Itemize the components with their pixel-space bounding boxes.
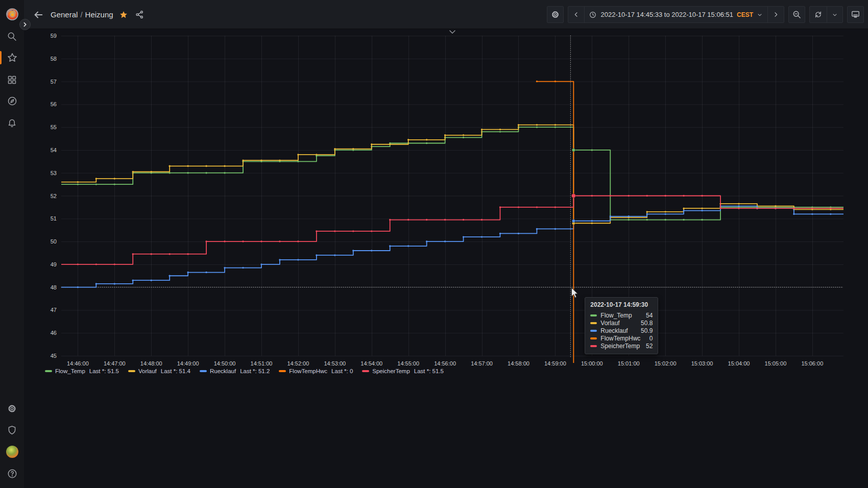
x-axis-tick: 14:47:00 (104, 360, 126, 367)
sidebar-item-dashboards[interactable] (0, 69, 24, 90)
x-axis-tick: 14:52:00 (287, 360, 309, 367)
tooltip-swatch (590, 322, 597, 324)
dashboard-header: General/Heizung (24, 0, 868, 29)
x-axis-tick: 14:56:00 (434, 360, 456, 367)
tooltip-series-name: Flow_Temp (600, 312, 646, 319)
breadcrumb-separator: / (78, 10, 85, 19)
y-axis-tick: 51 (51, 215, 57, 222)
mouse-cursor (571, 288, 577, 298)
x-axis-tick: 14:49:00 (177, 360, 199, 367)
share-icon (135, 10, 144, 19)
y-axis-tick: 50 (51, 238, 57, 245)
sidebar-item-starred[interactable] (0, 47, 24, 68)
panel-menu-chevron[interactable] (450, 31, 455, 33)
x-axis-tick: 14:50:00 (214, 360, 236, 367)
series-points-SpeicherTemp (77, 195, 832, 265)
x-axis-tick: 14:58:00 (508, 360, 529, 367)
crosshair (61, 36, 843, 358)
refresh-icon (814, 10, 823, 19)
dashboard-settings-button[interactable] (547, 6, 564, 23)
legend-last-value: Last *: 51.4 (161, 368, 190, 374)
legend-item-SpeicherTemp[interactable]: SpeicherTempLast *: 51.5 (362, 368, 444, 374)
x-axis-tick: 15:03:00 (691, 360, 713, 367)
legend-last-value: Last *: 51.2 (240, 368, 270, 374)
sidebar (0, 0, 24, 488)
back-button[interactable] (30, 7, 46, 23)
zoom-out-button[interactable] (788, 6, 805, 23)
chart-legend: Flow_TempLast *: 51.5VorlaufLast *: 51.4… (45, 368, 444, 374)
legend-series-name: Vorlauf (138, 368, 157, 374)
sidebar-item-profile[interactable] (0, 442, 24, 462)
legend-item-FlowTempHwc[interactable]: FlowTempHwcLast *: 0 (279, 368, 353, 374)
breadcrumb: General/Heizung (51, 10, 113, 19)
legend-item-Ruecklauf[interactable]: RuecklaufLast *: 51.2 (200, 368, 270, 374)
refresh-button[interactable] (810, 7, 827, 22)
time-range-button[interactable]: 2022-10-17 14:45:33 to 2022-10-17 15:06:… (584, 7, 767, 22)
chart-tooltip: 2022-10-17 14:59:30 Flow_Temp54Vorlauf50… (585, 297, 658, 354)
series-lines (61, 81, 843, 488)
sidebar-item-alerting[interactable] (0, 113, 24, 133)
tooltip-row-Ruecklauf: Ruecklauf50.9 (590, 327, 653, 334)
chevron-down-icon (756, 11, 763, 18)
tooltip-swatch (590, 314, 597, 316)
tooltip-row-Vorlauf: Vorlauf50.8 (590, 319, 653, 327)
grid-lines (61, 36, 843, 356)
user-avatar (6, 446, 18, 458)
x-axis-tick: 14:46:00 (67, 360, 89, 367)
x-axis-tick: 14:48:00 (140, 360, 162, 367)
tooltip-series-value: 52 (646, 343, 653, 350)
breadcrumb-section[interactable]: General (51, 10, 78, 19)
search-icon (7, 31, 17, 42)
shield-icon (7, 425, 17, 435)
sidebar-item-settings[interactable] (0, 398, 24, 419)
x-axis-tick: 14:54:00 (360, 360, 382, 367)
time-range-back-button[interactable] (568, 7, 584, 22)
legend-swatch (279, 370, 286, 372)
sidebar-item-help[interactable] (0, 463, 24, 484)
sidebar-item-explore[interactable] (0, 91, 24, 111)
timeseries-panel[interactable]: 45464748495051525354555657585914:46:0014… (0, 0, 868, 488)
cycle-view-mode-button[interactable] (847, 6, 864, 23)
cycle-view-mode-icon (851, 10, 860, 19)
sidebar-expand-button[interactable] (19, 19, 31, 30)
time-picker: 2022-10-17 14:45:33 to 2022-10-17 15:06:… (568, 6, 784, 23)
help-icon (7, 468, 18, 479)
breadcrumb-page[interactable]: Heizung (85, 10, 113, 19)
y-axis-tick: 58 (51, 56, 57, 62)
chevron-right-icon (772, 11, 780, 18)
tooltip-row-Flow_Temp: Flow_Temp54 (590, 311, 653, 319)
clock-icon (589, 11, 597, 19)
x-axis-tick: 14:55:00 (397, 360, 419, 367)
x-axis-tick: 14:53:00 (324, 360, 346, 367)
sidebar-item-server-admin[interactable] (0, 420, 24, 440)
star-icon (7, 52, 18, 63)
axis-labels: 45464748495051525354555657585914:46:0014… (51, 33, 824, 367)
tooltip-series-value: 50.8 (641, 320, 653, 327)
share-button[interactable] (132, 7, 148, 23)
refresh-interval-dropdown[interactable] (827, 7, 842, 22)
y-axis-tick: 59 (51, 33, 57, 39)
bell-icon (7, 118, 17, 129)
time-range-forward-button[interactable] (767, 7, 784, 22)
y-axis-tick: 45 (51, 353, 57, 359)
legend-item-Vorlauf[interactable]: VorlaufLast *: 51.4 (128, 368, 190, 374)
timezone-label: CEST (737, 11, 753, 18)
series-line-FlowTempHwc (537, 82, 843, 488)
series-points-Ruecklauf (77, 205, 832, 288)
sidebar-item-search[interactable] (0, 26, 24, 46)
gear-icon (550, 10, 560, 19)
dashboards-grid-icon (7, 75, 17, 85)
y-axis-tick: 48 (51, 284, 57, 290)
x-axis-tick: 15:02:00 (655, 360, 677, 367)
tooltip-series-name: Ruecklauf (600, 327, 641, 334)
y-axis-tick: 54 (51, 147, 57, 153)
x-axis-tick: 15:05:00 (765, 360, 787, 367)
tooltip-row-SpeicherTemp: SpeicherTemp52 (590, 342, 653, 350)
series-points-Flow_Temp (77, 126, 832, 221)
favorite-button[interactable] (115, 7, 132, 23)
legend-item-Flow_Temp[interactable]: Flow_TempLast *: 51.5 (45, 368, 119, 374)
x-axis-tick: 14:57:00 (471, 360, 493, 367)
legend-swatch (362, 370, 369, 372)
favorite-star-icon (119, 10, 128, 19)
x-axis-tick: 14:59:00 (544, 360, 566, 367)
